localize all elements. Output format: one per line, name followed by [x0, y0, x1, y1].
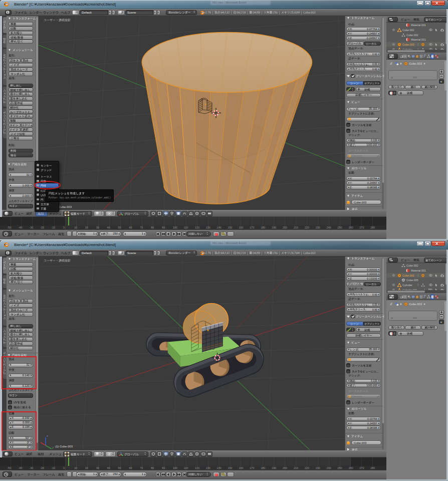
svg-text:z: z	[47, 434, 48, 437]
svg-text:y: y	[52, 446, 54, 449]
